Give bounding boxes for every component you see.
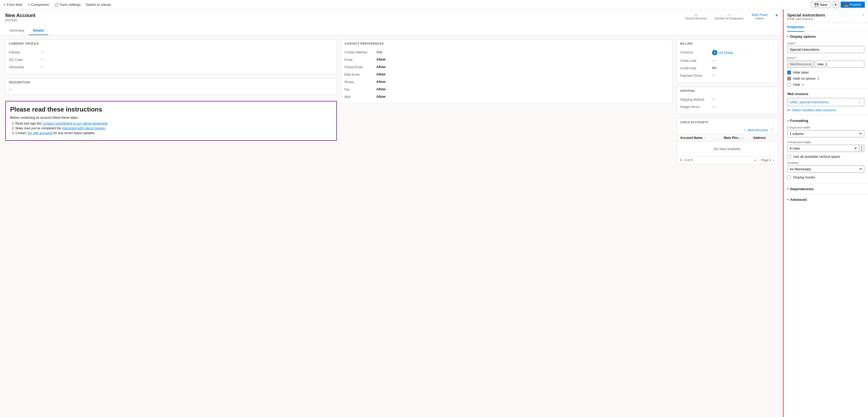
panel-tabs: Properties: [783, 23, 868, 32]
component-height-stepper: 1 row 2 rows 3 rows 4 rows 5 rows 6 rows…: [787, 145, 864, 152]
display-options-header[interactable]: ▾ Display options: [783, 32, 868, 40]
currency-label: Currency: [680, 50, 712, 54]
shipping-method-label: Shipping Method: [680, 97, 712, 101]
instructions-link-1[interactable]: Contoso commitment to our clients agreem…: [42, 122, 107, 125]
panel-close-button[interactable]: ›: [863, 13, 864, 18]
component-label: Component: [31, 3, 49, 7]
child-accounts-section: CHILD ACCOUNTS ＋ New Account ⋮ Account N…: [677, 118, 778, 164]
name-field-label: Name *: [787, 56, 864, 60]
payment-terms-field: Payment Terms ---: [680, 72, 774, 79]
chevron-down-icon: ▾: [787, 35, 788, 38]
save-dropdown-button[interactable]: ▾: [833, 1, 838, 8]
first-page-button[interactable]: ⏮: [753, 158, 757, 162]
tab-details[interactable]: Details: [29, 26, 49, 35]
label-input[interactable]: [787, 46, 864, 53]
scrolling-label: Scrolling: [787, 161, 864, 164]
owner-value[interactable]: Matt Peart: [752, 13, 768, 17]
scrolling-select[interactable]: As Necessary Always Never: [787, 165, 864, 173]
advanced-section: ▾ Advanced: [783, 195, 868, 203]
advanced-header[interactable]: ▾ Advanced: [783, 195, 868, 203]
company-profile-section: COMPANY PROFILE Industry --- SIC Code --…: [5, 39, 337, 74]
component-height-label: Component height: [787, 140, 864, 144]
hide-on-phone-info-icon[interactable]: ℹ: [818, 77, 819, 81]
publish-label: Publish: [850, 3, 861, 7]
height-increment-button[interactable]: ▲: [859, 145, 864, 149]
follow-email-field: Follow Email Allow: [345, 63, 669, 71]
hide-on-phone-checkbox[interactable]: [787, 77, 791, 81]
use-all-space-checkbox[interactable]: [787, 155, 791, 159]
industry-field: Industry ---: [9, 49, 334, 56]
hide-checkbox[interactable]: [787, 83, 791, 87]
save-button[interactable]: 💾 Save: [811, 1, 831, 8]
component-height-field: Component height 1 row 2 rows 3 rows 4 r…: [783, 139, 868, 154]
chevron-down-icon-4: ▾: [787, 198, 788, 201]
name-required: *: [796, 56, 797, 60]
select-web-resource-button[interactable]: ⇄ Select another web resource: [783, 106, 868, 114]
mail-field: Mail Allow: [345, 93, 669, 100]
middle-column: CONTACT PREFERENCES Contact Method Any E…: [341, 39, 673, 164]
scrolling-field: Scrolling As Necessary Always Never: [783, 160, 868, 174]
child-accounts-toolbar: ＋ New Account ⋮: [677, 126, 777, 134]
hide-label-checkbox[interactable]: [787, 71, 791, 74]
owner-field: Matt Peart Owner: [752, 13, 768, 20]
exchange-icon: ⇄: [787, 108, 790, 112]
instructions-link-3[interactable]: Jim with accounts: [27, 131, 53, 135]
tab-properties[interactable]: Properties: [787, 23, 804, 32]
bulk-email-value: Allow: [376, 72, 386, 76]
dependencies-header[interactable]: ▾ Dependencies: [783, 184, 868, 193]
web-resource-label: Web resource: [783, 90, 868, 97]
currency-name[interactable]: US Dollar: [718, 51, 733, 55]
next-page-button[interactable]: ›: [773, 158, 774, 162]
child-accounts-more-button[interactable]: ⋮: [770, 127, 774, 132]
new-account-label: New Account: [748, 128, 768, 132]
form-settings-button[interactable]: 📋 Form settings: [54, 3, 81, 7]
follow-email-label: Follow Email: [345, 65, 376, 69]
industry-value: ---: [41, 50, 44, 54]
phone-field: Phone Allow: [345, 78, 669, 86]
web-resource-name: crfb6_special-instructions: [789, 100, 858, 104]
description-body: ---: [6, 86, 337, 94]
component-height-select[interactable]: 1 row 2 rows 3 rows 4 rows 5 rows 6 rows…: [787, 145, 859, 152]
new-account-button[interactable]: ＋ New Account: [743, 128, 768, 132]
component-width-select[interactable]: 1 column 2 columns: [787, 130, 864, 137]
web-resource-section: Web resource crfb6_special-instructions …: [783, 90, 868, 114]
label-field: Label *: [783, 40, 868, 55]
hide-info-icon[interactable]: ℹ: [802, 83, 804, 87]
sic-code-value: ---: [41, 57, 44, 61]
child-accounts-header: CHILD ACCOUNTS: [677, 119, 777, 126]
number-employees-value: ---: [715, 13, 744, 17]
instructions-title: Please read these instructions: [10, 106, 332, 113]
display-border-checkbox[interactable]: [787, 175, 791, 179]
hide-on-phone-row: Hide on phone ℹ: [783, 75, 868, 82]
sort-icon-phone[interactable]: ↑↓: [742, 136, 744, 139]
contact-preferences-header: CONTACT PREFERENCES: [341, 40, 673, 47]
formatting-header[interactable]: ▾ Formatting: [783, 116, 868, 124]
description-value: ---: [9, 87, 334, 91]
freight-terms-field: Freight Terms ---: [680, 103, 774, 110]
contact-preferences-body: Contact Method Any Email Allow Follow Em…: [341, 47, 673, 104]
tab-summary[interactable]: Summary: [5, 26, 29, 35]
name-input[interactable]: [815, 61, 864, 68]
plus-icon-account: ＋: [743, 128, 747, 132]
bulk-email-field: Bulk Email Allow: [345, 71, 669, 78]
label-field-label: Label *: [787, 42, 864, 45]
contact-preferences-section: CONTACT PREFERENCES Contact Method Any E…: [341, 39, 673, 104]
height-decrement-button[interactable]: ▼: [859, 149, 864, 152]
switch-classic-button[interactable]: Switch to classic: [86, 3, 111, 7]
header-fields: --- Annual Revenue --- Number of Employe…: [685, 13, 778, 20]
sort-icon-account[interactable]: ↑↓: [703, 136, 706, 139]
form-field-label: Form field: [7, 3, 22, 7]
annual-revenue-value: ---: [685, 13, 707, 17]
form-field-button[interactable]: + Form field: [3, 2, 22, 7]
header-expand-button[interactable]: ▾: [776, 13, 778, 18]
number-employees-label: Number of Employees: [715, 17, 744, 20]
prev-page-button[interactable]: ‹: [758, 158, 760, 162]
description-section: Description ---: [5, 78, 337, 95]
display-border-text: Display border: [793, 175, 815, 179]
web-resource-more-button[interactable]: ⋮: [858, 100, 862, 105]
publish-button[interactable]: 📤 Publish: [841, 2, 865, 8]
component-button[interactable]: + Component: [27, 2, 49, 7]
instructions-step-3: Contact Jim with accounts for any recent…: [16, 131, 332, 135]
child-table-header: Account Name ↑↓ Main Pho... ↑↓ Address: [677, 134, 777, 141]
instructions-link-2[interactable]: Interacting with clients training: [62, 126, 105, 130]
